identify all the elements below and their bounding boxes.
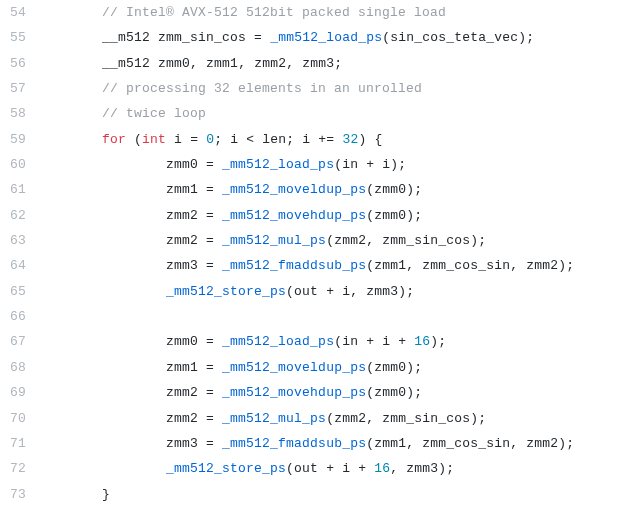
token-ident: zmm3 (366, 284, 398, 299)
token-punc: ; (414, 360, 422, 375)
code-line[interactable]: // Intel® AVX-512 512bit packed single l… (38, 0, 574, 25)
token-func: _mm512_movehdup_ps (222, 208, 366, 223)
indent (38, 76, 102, 101)
indent (38, 456, 166, 481)
token-punc (358, 157, 366, 172)
token-op: = (206, 157, 214, 172)
code-line[interactable]: zmm1 = _mm512_moveldup_ps(zmm0); (38, 177, 574, 202)
indent (38, 203, 166, 228)
code-line[interactable]: } (38, 482, 574, 507)
line-number: 73 (10, 482, 26, 507)
token-punc: ( (366, 360, 374, 375)
token-punc (214, 436, 222, 451)
token-op: + (326, 284, 334, 299)
token-punc: , (190, 56, 198, 71)
token-ident: zmm_sin_cos (158, 30, 246, 45)
token-kw: for (102, 132, 126, 147)
token-comment: // twice loop (102, 106, 206, 121)
code-line[interactable]: __m512 zmm0, zmm1, zmm2, zmm3; (38, 51, 574, 76)
code-line[interactable]: zmm1 = _mm512_moveldup_ps(zmm0); (38, 355, 574, 380)
token-func: _mm512_load_ps (222, 157, 334, 172)
token-punc: ( (286, 461, 294, 476)
token-ident: out (294, 284, 318, 299)
token-func: _mm512_fmaddsub_ps (222, 258, 366, 273)
indent (38, 380, 166, 405)
token-ident: zmm3 (406, 461, 438, 476)
token-ident: i (342, 284, 350, 299)
token-ident: zmm3 (302, 56, 334, 71)
code-line[interactable]: zmm2 = _mm512_mul_ps(zmm2, zmm_sin_cos); (38, 228, 574, 253)
token-ident: zmm_sin_cos (382, 411, 470, 426)
token-punc (294, 56, 302, 71)
token-punc (214, 334, 222, 349)
indent (38, 482, 102, 507)
token-punc: ; (414, 208, 422, 223)
token-ident: zmm3 (166, 436, 198, 451)
code-line[interactable]: _mm512_store_ps(out + i + 16, zmm3); (38, 456, 574, 481)
token-ident: zmm_cos_sin (422, 436, 510, 451)
code-line[interactable]: zmm0 = _mm512_load_ps(in + i + 16); (38, 329, 574, 354)
token-op: = (206, 411, 214, 426)
token-punc (198, 157, 206, 172)
token-punc (150, 30, 158, 45)
token-punc (198, 334, 206, 349)
indent (38, 279, 166, 304)
token-punc: ; (526, 30, 534, 45)
token-punc: ( (366, 182, 374, 197)
code-line[interactable]: __m512 zmm_sin_cos = _mm512_load_ps(sin_… (38, 25, 574, 50)
code-line[interactable]: zmm2 = _mm512_mul_ps(zmm2, zmm_sin_cos); (38, 406, 574, 431)
indent (38, 152, 166, 177)
token-ident: zmm_sin_cos (382, 233, 470, 248)
token-op: += (318, 132, 334, 147)
token-op: + (358, 461, 366, 476)
token-ident: zmm0 (166, 334, 198, 349)
token-punc (214, 233, 222, 248)
indent (38, 127, 102, 152)
token-ident: zmm2 (334, 411, 366, 426)
indent (38, 25, 102, 50)
token-op: = (206, 258, 214, 273)
token-punc (198, 385, 206, 400)
code-line[interactable]: zmm3 = _mm512_fmaddsub_ps(zmm1, zmm_cos_… (38, 431, 574, 456)
token-ident: len (262, 132, 286, 147)
code-line[interactable]: // twice loop (38, 101, 574, 126)
token-ident: zmm0 (374, 385, 406, 400)
token-ident: zmm2 (166, 233, 198, 248)
token-func: _mm512_load_ps (270, 30, 382, 45)
code-area[interactable]: // Intel® AVX-512 512bit packed single l… (38, 0, 582, 507)
code-line[interactable]: for (int i = 0; i < len; i += 32) { (38, 127, 574, 152)
code-line[interactable]: _mm512_store_ps(out + i, zmm3); (38, 279, 574, 304)
token-ident: zmm0 (374, 208, 406, 223)
token-punc (150, 56, 158, 71)
token-punc (214, 385, 222, 400)
indent (38, 101, 102, 126)
indent (38, 177, 166, 202)
token-op: = (206, 436, 214, 451)
token-ident: zmm1 (166, 182, 198, 197)
token-op: = (206, 360, 214, 375)
token-ident: in (342, 334, 358, 349)
code-line[interactable] (38, 304, 574, 329)
line-number: 59 (10, 127, 26, 152)
code-line[interactable]: // processing 32 elements in an unrolled (38, 76, 574, 101)
token-func: _mm512_moveldup_ps (222, 182, 366, 197)
token-punc (262, 30, 270, 45)
line-number: 62 (10, 203, 26, 228)
code-line[interactable]: zmm2 = _mm512_movehdup_ps(zmm0); (38, 380, 574, 405)
line-number: 64 (10, 253, 26, 278)
indent (38, 431, 166, 456)
code-line[interactable]: zmm2 = _mm512_movehdup_ps(zmm0); (38, 203, 574, 228)
code-line[interactable]: zmm0 = _mm512_load_ps(in + i); (38, 152, 574, 177)
token-punc: ) (406, 385, 414, 400)
token-punc (334, 284, 342, 299)
token-punc (214, 258, 222, 273)
indent (38, 329, 166, 354)
indent (38, 51, 102, 76)
code-editor[interactable]: 5455565758596061626364656667686970717273… (0, 0, 617, 507)
token-punc (198, 233, 206, 248)
token-punc (350, 461, 358, 476)
line-number: 57 (10, 76, 26, 101)
code-line[interactable]: zmm3 = _mm512_fmaddsub_ps(zmm1, zmm_cos_… (38, 253, 574, 278)
token-punc (126, 132, 134, 147)
token-ident: zmm0 (374, 182, 406, 197)
